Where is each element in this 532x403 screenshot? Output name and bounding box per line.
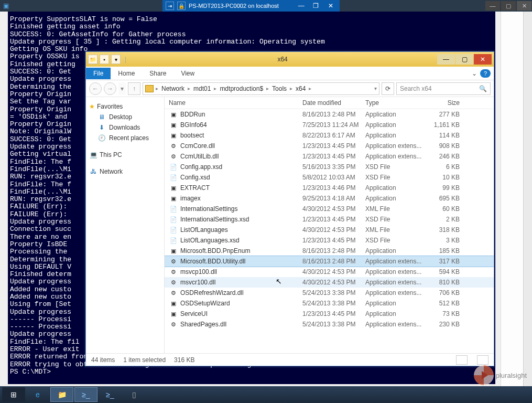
vm-restore-button[interactable]: ❐ [310,2,322,9]
network-icon: 🖧 [89,168,97,175]
file-name: OSDRefreshWizard.dll [180,289,302,296]
file-date: 8/16/2013 2:48 PM [302,111,365,118]
minimize-button[interactable]: — [437,54,455,65]
file-size: 6 KB [428,163,460,171]
file-row[interactable]: 📄ListOfLanguages4/30/2012 4:53 PMXML Fil… [165,225,494,235]
outer-min-button[interactable]: — [485,1,500,10]
file-size: 3 KB [428,237,460,244]
file-row[interactable]: 📄Config.app.xsd5/16/2013 3:35 PMXSD File… [165,162,494,172]
nav-back-button[interactable]: ← [89,82,102,95]
ribbon-expand-icon[interactable]: ⌄ [469,70,480,77]
details-view-button[interactable] [456,355,468,365]
file-type: XSD File [365,237,428,244]
status-bar: 44 items 1 item selected 316 KB [86,353,494,366]
file-row[interactable]: 📄InternationalSettings4/30/2012 4:53 PMX… [165,204,494,214]
file-row[interactable]: ▣ServiceUI1/23/2013 4:45 PMApplication73… [165,309,494,319]
file-date: 5/8/2012 10:03 AM [302,174,365,181]
file-icon: ▣ [169,131,178,140]
breadcrumb-item[interactable]: Tools [270,85,289,92]
start-button[interactable]: ⊞ [2,387,25,402]
breadcrumb[interactable]: ▸Network▸mdt01▸mdtproduction$▸Tools▸x64▸… [143,82,379,95]
breadcrumb-item[interactable]: mdtproduction$ [218,85,265,92]
help-icon[interactable]: ? [480,69,491,78]
icons-view-button[interactable] [477,355,488,365]
file-row[interactable]: ⚙OSDRefreshWizard.dll5/24/2013 3:38 PMAp… [165,288,494,298]
file-icon: ⚙ [169,152,178,161]
file-row[interactable]: ⚙CcmCore.dll1/23/2013 4:45 PMApplication… [165,141,494,151]
tab-share[interactable]: Share [142,68,173,79]
file-row[interactable]: ▣Microsoft.BDD.PnpEnum8/16/2013 2:48 PMA… [165,246,494,256]
column-name[interactable]: Name [169,99,302,107]
qat-button-2[interactable]: ▾ [111,55,121,64]
sidebar-item-desktop[interactable]: 🖥Desktop [87,112,163,122]
file-date: 1/23/2013 4:46 PM [302,184,365,192]
qat-button[interactable]: ▪ [100,55,109,64]
file-row[interactable]: ▣EXTRACT1/23/2013 4:46 PMApplication99 K… [165,183,494,193]
file-row[interactable]: ▣BGInfo647/25/2013 11:24 AMApplication1,… [165,120,494,130]
network-header[interactable]: 🖧Network [87,166,163,177]
column-size[interactable]: Size [428,99,460,107]
file-icon: 📄 [169,236,178,245]
file-row[interactable]: ▣bootsect8/22/2013 6:17 AMApplication114… [165,130,494,141]
breadcrumb-dropdown-icon[interactable]: ▾ [374,86,377,91]
outer-max-button[interactable]: ▢ [501,1,516,10]
breadcrumb-item[interactable]: Network [159,85,187,92]
file-row[interactable]: 📄ListOfLanguages.xsd1/23/2013 4:45 PMXSD… [165,235,494,246]
file-row[interactable]: ⚙CcmUtilLib.dll1/23/2013 4:45 PMApplicat… [165,151,494,162]
maximize-button[interactable]: ▢ [455,54,473,65]
explorer-titlebar[interactable]: 📁 ▪ ▾ | x64 — ▢ ✕ [86,52,494,67]
sidebar-item-downloads[interactable]: ⬇Downloads [87,122,163,133]
favorites-header[interactable]: ★Favorites [87,101,163,112]
file-row[interactable]: ⚙SharedPages.dll5/24/2013 3:38 PMApplica… [165,319,494,330]
taskbar-powershell-2[interactable]: ≥_ [99,387,122,402]
taskbar-explorer[interactable]: 📁 [50,387,73,402]
taskbar-ie[interactable]: e [26,387,49,402]
window-title: x64 [128,56,437,63]
file-name: msvcp100.dll [180,268,302,275]
pin-icon[interactable]: ⇥ [166,2,174,10]
breadcrumb-item[interactable]: mdt01 [191,85,213,92]
vm-close-button[interactable]: ✕ [325,2,336,9]
file-type: Application extens... [365,153,428,160]
file-type: Application [365,195,428,202]
tab-file[interactable]: File [86,68,111,79]
nav-up-button[interactable]: ↑ [128,82,140,95]
file-row[interactable]: 📄Config.xsd5/8/2012 10:03 AMXSD File10 K… [165,172,494,183]
column-date[interactable]: Date modified [302,99,365,107]
file-row[interactable]: ⚙msvcr100.dll4/30/2012 4:53 PMApplicatio… [165,277,494,288]
file-name: ListOfLanguages [180,226,302,234]
column-type[interactable]: Type [365,99,428,107]
file-row[interactable]: ▣imagex9/25/2013 4:18 AMApplication695 K… [165,193,494,204]
file-name: EXTRACT [180,184,302,192]
tab-view[interactable]: View [173,68,202,79]
thispc-header[interactable]: 💻This PC [87,150,163,160]
file-row[interactable]: ⚙Microsoft.BDD.Utility.dll8/16/2013 2:48… [165,256,494,267]
outer-close-button[interactable]: ✕ [517,1,531,10]
file-date: 8/22/2013 6:17 AM [302,132,365,139]
file-name: Config.app.xsd [180,163,302,171]
file-type: Application [365,132,428,139]
file-row[interactable]: ▣OSDSetupWizard5/24/2013 3:38 PMApplicat… [165,298,494,309]
refresh-button[interactable]: ⟳ [382,82,394,95]
recent-icon: 🕘 [97,134,106,142]
search-input[interactable]: Search x64 🔍 [396,82,491,95]
close-button[interactable]: ✕ [474,54,492,65]
file-size: 512 KB [428,300,460,307]
nav-history-button[interactable]: ▾ [118,82,126,95]
nav-forward-button[interactable]: → [104,82,116,95]
tab-home[interactable]: Home [111,68,142,79]
breadcrumb-item[interactable]: x64 [294,85,308,92]
file-row[interactable]: ⚙msvcp100.dll4/30/2012 4:53 PMApplicatio… [165,267,494,277]
file-name: ListOfLanguages.xsd [180,237,302,244]
taskbar-server[interactable]: ▯ [123,387,146,402]
file-row[interactable]: ▣BDDRun8/16/2013 2:48 PMApplication277 K… [165,109,494,120]
column-headers[interactable]: Name Date modified Type Size [165,97,494,109]
file-type: XSD File [365,163,428,171]
file-type: XSD File [365,174,428,181]
search-icon: 🔍 [479,85,487,92]
file-row[interactable]: 📄InternationalSettings.xsd1/23/2013 4:45… [165,214,494,225]
vm-min-button[interactable]: — [296,2,307,9]
sidebar-item-recent[interactable]: 🕘Recent places [87,133,163,143]
lock-icon[interactable]: 🔒 [177,2,186,10]
taskbar-powershell[interactable]: ≥_ [74,387,97,402]
